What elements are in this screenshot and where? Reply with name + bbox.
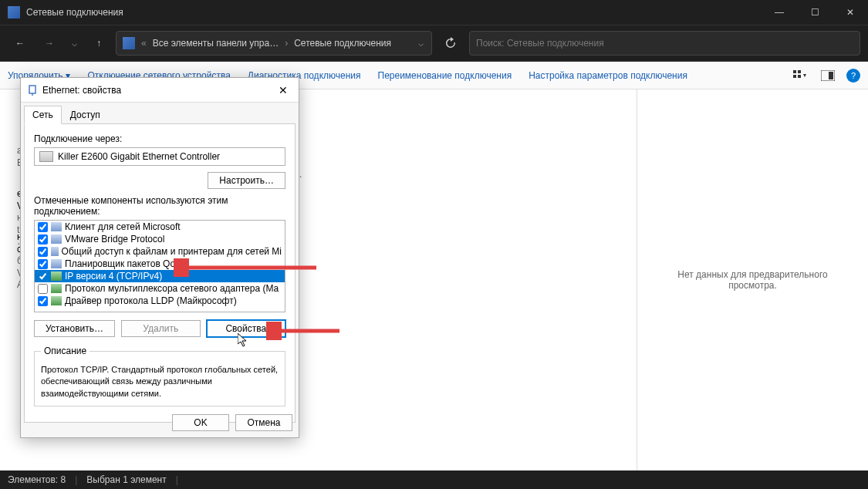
svg-rect-5 [829, 72, 833, 79]
ok-button[interactable]: OK [172, 414, 229, 431]
tab-access[interactable]: Доступ [62, 106, 109, 124]
up-button[interactable]: ↑ [86, 31, 111, 56]
back-button[interactable]: ← [8, 31, 32, 56]
svg-rect-0 [793, 70, 796, 73]
dialog-titlebar[interactable]: Ethernet: свойства ✕ [21, 78, 299, 103]
search-input[interactable]: Поиск: Сетевые подключения [469, 31, 860, 56]
selection-count: Выбран 1 элемент [86, 474, 166, 485]
svg-rect-6 [29, 86, 35, 93]
window-controls: — ☐ ✕ [762, 0, 868, 25]
dropdown-icon[interactable]: ⌵ [417, 38, 425, 49]
chevron-icon: « [140, 38, 148, 49]
client-icon [51, 259, 62, 268]
component-checkbox[interactable] [38, 271, 48, 282]
adapter-name: Killer E2600 Gigabit Ethernet Controller [58, 151, 220, 162]
refresh-button[interactable] [437, 31, 464, 56]
window-title: Сетевые подключения [26, 7, 762, 18]
description-group: Описание Протокол TCP/IP. Стандартный пр… [34, 345, 285, 406]
description-title: Описание [41, 345, 90, 358]
help-button[interactable]: ? [846, 69, 860, 83]
component-checkbox[interactable] [38, 234, 48, 244]
component-row[interactable]: Драйвер протокола LLDP (Майкрософт) [35, 295, 285, 307]
configure-button[interactable]: Настроить… [208, 172, 285, 189]
component-label: Драйвер протокола LLDP (Майкрософт) [65, 295, 237, 306]
preview-pane-button[interactable] [819, 66, 837, 85]
tab-content: Подключение через: Killer E2600 Gigabit … [24, 123, 296, 423]
separator: | [75, 474, 77, 485]
navigation-bar: ← → ⌵ ↑ « Все элементы панели упра… › Се… [0, 25, 868, 62]
protocol-icon [51, 296, 62, 305]
component-label: Общий доступ к файлам и принтерам для се… [62, 246, 282, 257]
tab-network[interactable]: Сеть [24, 106, 62, 124]
address-bar[interactable]: « Все элементы панели упра… › Сетевые по… [116, 31, 432, 56]
svg-rect-3 [798, 75, 801, 78]
preview-icon [821, 70, 835, 81]
breadcrumb-current[interactable]: Сетевые подключения [294, 38, 391, 49]
component-checkbox[interactable] [38, 222, 48, 232]
ethernet-properties-dialog: Ethernet: свойства ✕ Сеть Доступ Подключ… [20, 77, 299, 438]
view-icon [793, 70, 807, 81]
connection-settings-button[interactable]: Настройка параметров подключения [529, 70, 687, 81]
item-count: Элементов: 8 [8, 474, 66, 485]
dialog-close-button[interactable]: ✕ [274, 81, 292, 99]
protocol-icon [51, 284, 62, 293]
connect-via-label: Подключение через: [34, 133, 285, 144]
client-icon [51, 222, 62, 231]
component-label: Протокол мультиплексора сетевого адаптер… [65, 283, 279, 294]
svg-rect-1 [798, 70, 801, 73]
install-button[interactable]: Установить… [34, 320, 115, 337]
component-checkbox[interactable] [38, 284, 48, 294]
description-text: Протокол TCP/IP. Стандартный протокол гл… [41, 364, 279, 400]
cancel-button[interactable]: Отмена [235, 414, 292, 431]
component-row[interactable]: VMware Bridge Protocol [35, 233, 285, 245]
component-row[interactable]: Клиент для сетей Microsoft [35, 221, 285, 233]
dialog-title-text: Ethernet: свойства [42, 85, 121, 96]
component-checkbox[interactable] [38, 259, 48, 269]
component-checkbox[interactable] [38, 247, 48, 257]
status-bar: Элементов: 8 | Выбран 1 элемент | [0, 470, 868, 489]
view-options-button[interactable] [791, 66, 809, 85]
location-icon [123, 37, 135, 49]
history-dropdown[interactable]: ⌵ [66, 31, 82, 56]
preview-pane: Нет данных для предварительного просмотр… [637, 89, 868, 470]
component-label: Планировщик пакетов QoS [65, 258, 181, 269]
breadcrumb-parent[interactable]: Все элементы панели упра… [153, 38, 279, 49]
titlebar: Сетевые подключения — ☐ ✕ [0, 0, 868, 25]
uninstall-button[interactable]: Удалить [121, 320, 201, 337]
component-label: Клиент для сетей Microsoft [65, 221, 181, 232]
components-list[interactable]: Клиент для сетей MicrosoftVMware Bridge … [34, 220, 285, 312]
component-label: IP версии 4 (TCP/IPv4) [65, 271, 162, 282]
dialog-tabs: Сеть Доступ [21, 103, 299, 124]
rename-button[interactable]: Переименование подключения [378, 70, 512, 81]
close-button[interactable]: ✕ [833, 0, 868, 25]
component-row[interactable]: Общий доступ к файлам и принтерам для се… [35, 245, 285, 258]
maximize-button[interactable]: ☐ [797, 0, 833, 25]
adapter-field: Killer E2600 Gigabit Ethernet Controller [34, 147, 285, 166]
separator: | [176, 474, 178, 485]
component-row[interactable]: Протокол мультиплексора сетевого адаптер… [35, 282, 285, 295]
properties-button[interactable]: Свойства [207, 320, 286, 337]
search-placeholder: Поиск: Сетевые подключения [476, 38, 604, 49]
protocol-icon [51, 271, 62, 281]
forward-button[interactable]: → [37, 31, 62, 56]
chevron-icon: › [283, 38, 289, 49]
preview-empty-text: Нет данных для предварительного просмотр… [653, 269, 853, 291]
component-row[interactable]: IP версии 4 (TCP/IPv4) [35, 270, 285, 282]
client-icon [51, 247, 59, 256]
component-label: VMware Bridge Protocol [65, 234, 164, 244]
svg-rect-2 [793, 75, 796, 78]
app-icon [8, 6, 20, 19]
adapter-icon [39, 151, 53, 162]
components-label: Отмеченные компоненты используются этим … [34, 195, 285, 217]
refresh-icon [444, 37, 457, 49]
component-row[interactable]: Планировщик пакетов QoS [35, 258, 285, 270]
client-icon [51, 234, 62, 244]
component-checkbox[interactable] [38, 296, 48, 306]
minimize-button[interactable]: — [762, 0, 797, 25]
ethernet-icon [27, 85, 38, 96]
